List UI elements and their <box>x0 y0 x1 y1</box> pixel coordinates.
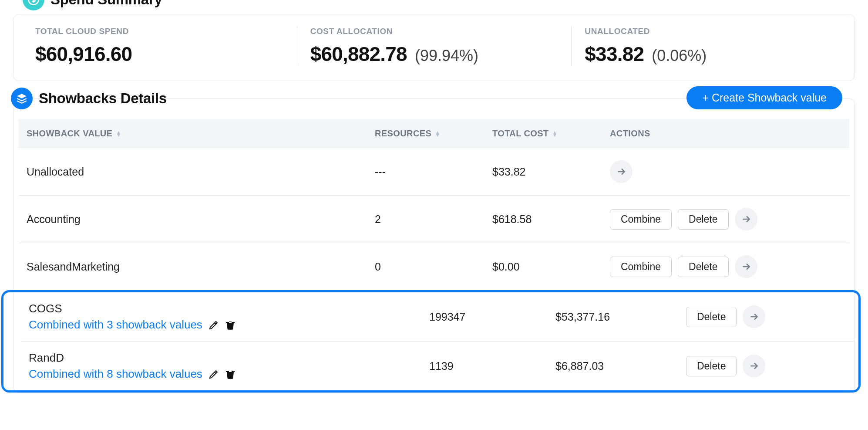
cell-total-cost: $6,887.03 <box>555 360 686 372</box>
column-header-label: TOTAL COST <box>492 129 549 139</box>
column-header-label: RESOURCES <box>375 129 431 139</box>
delete-button[interactable]: Delete <box>686 356 737 376</box>
cell-showback-name: SalesandMarketing <box>27 261 375 273</box>
metric-total-cloud-spend: TOTAL CLOUD SPEND $60,916.60 <box>22 27 297 66</box>
metric-label: UNALLOCATED <box>585 27 833 36</box>
cell-resources: 0 <box>375 261 492 273</box>
metric-label: TOTAL CLOUD SPEND <box>35 27 284 36</box>
cell-showback-name: RandD <box>29 351 64 365</box>
combined-rows-highlight: COGS Combined with 3 showback values 199… <box>1 290 861 393</box>
metric-unallocated: UNALLOCATED $33.82 (0.06%) <box>571 27 846 66</box>
cell-showback-name: Unallocated <box>27 166 375 178</box>
trash-icon <box>225 369 236 379</box>
table-row: COGS Combined with 3 showback values 199… <box>21 292 854 342</box>
stack-icon <box>11 88 33 109</box>
arrow-right-icon <box>748 360 760 372</box>
row-details-button[interactable] <box>743 305 765 328</box>
cell-total-cost: $33.82 <box>492 166 610 178</box>
cell-showback-name: COGS <box>29 302 62 315</box>
arrow-right-icon <box>740 213 752 225</box>
column-header-resources[interactable]: RESOURCES ▲▼ <box>375 129 492 139</box>
column-header-cost[interactable]: TOTAL COST ▲▼ <box>492 129 610 139</box>
column-header-label: SHOWBACK VALUE <box>27 129 112 139</box>
showbacks-table: SHOWBACK VALUE ▲▼ RESOURCES ▲▼ TOTAL COS… <box>13 109 855 393</box>
column-header-label: ACTIONS <box>610 129 650 139</box>
metric-cost-allocation: COST ALLOCATION $60,882.78 (99.94%) <box>297 27 572 66</box>
showbacks-header: Showbacks Details <box>11 88 167 109</box>
metric-percentage: (0.06%) <box>652 47 707 65</box>
edit-button[interactable] <box>209 320 219 330</box>
cell-resources: --- <box>375 166 492 178</box>
create-showback-button[interactable]: + Create Showback value <box>686 86 842 109</box>
arrow-right-icon <box>740 261 752 272</box>
metric-value: $60,916.60 <box>35 42 132 66</box>
sort-icon: ▲▼ <box>435 131 440 136</box>
column-header-showback[interactable]: SHOWBACK VALUE ▲▼ <box>27 129 375 139</box>
delete-button[interactable]: Delete <box>678 257 728 277</box>
cell-total-cost: $0.00 <box>492 261 610 273</box>
delete-button[interactable]: Delete <box>678 209 728 230</box>
dollar-icon <box>23 0 44 10</box>
arrow-right-icon <box>748 311 760 322</box>
trash-icon <box>225 320 236 330</box>
table-row: Unallocated --- $33.82 <box>19 148 849 196</box>
table-row: RandD Combined with 8 showback values 11… <box>21 342 854 390</box>
metric-value: $60,882.78 <box>310 42 407 66</box>
cell-resources: 1139 <box>429 360 555 372</box>
combined-subtext-link[interactable]: Combined with 8 showback values <box>29 367 202 381</box>
row-details-button[interactable] <box>735 208 757 230</box>
pencil-icon <box>209 320 219 330</box>
table-row: SalesandMarketing 0 $0.00 Combine Delete <box>19 243 849 290</box>
row-details-button[interactable] <box>735 255 757 278</box>
row-details-button[interactable] <box>610 160 632 183</box>
spend-summary-header: Spend Summary <box>23 0 855 12</box>
edit-button[interactable] <box>209 369 219 379</box>
sort-icon: ▲▼ <box>116 131 121 136</box>
combine-button[interactable]: Combine <box>610 257 672 277</box>
combine-button[interactable]: Combine <box>610 209 672 230</box>
trash-button[interactable] <box>225 320 236 330</box>
cell-resources: 199347 <box>429 311 555 323</box>
trash-button[interactable] <box>225 369 236 379</box>
cell-total-cost: $618.58 <box>492 213 610 226</box>
column-header-actions: ACTIONS <box>610 129 841 139</box>
cell-resources: 2 <box>375 213 492 226</box>
cell-total-cost: $53,377.16 <box>555 311 686 323</box>
combined-subtext-link[interactable]: Combined with 3 showback values <box>29 318 202 332</box>
sort-icon: ▲▼ <box>552 131 558 136</box>
spend-summary-title: Spend Summary <box>50 0 162 8</box>
table-header-row: SHOWBACK VALUE ▲▼ RESOURCES ▲▼ TOTAL COS… <box>19 119 849 148</box>
metric-label: COST ALLOCATION <box>310 27 558 36</box>
metric-percentage: (99.94%) <box>415 47 478 65</box>
arrow-right-icon <box>616 166 627 177</box>
cell-showback-name: Accounting <box>27 213 375 226</box>
metric-value: $33.82 <box>585 42 644 66</box>
delete-button[interactable]: Delete <box>686 307 737 327</box>
table-row: Accounting 2 $618.58 Combine Delete <box>19 196 849 243</box>
spend-summary-card: TOTAL CLOUD SPEND $60,916.60 COST ALLOCA… <box>13 14 855 81</box>
showbacks-title: Showbacks Details <box>39 90 167 107</box>
pencil-icon <box>209 369 219 379</box>
row-details-button[interactable] <box>743 355 765 377</box>
